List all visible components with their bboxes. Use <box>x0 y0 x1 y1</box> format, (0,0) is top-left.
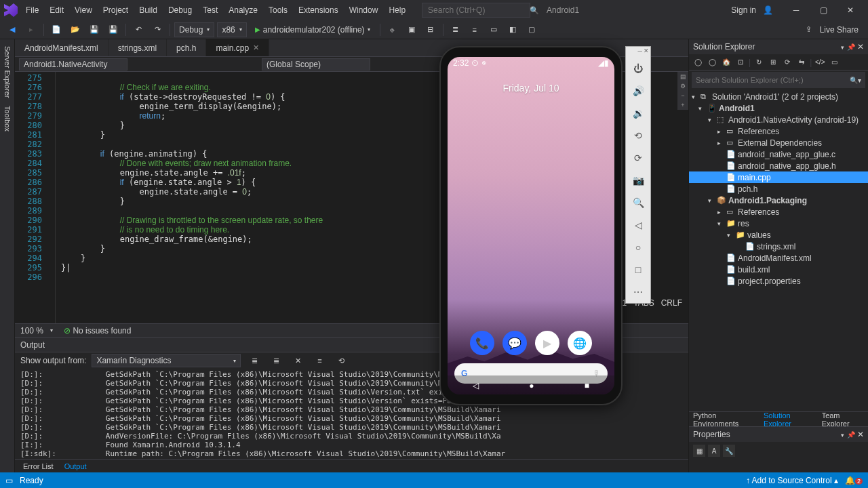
menu-debug[interactable]: Debug <box>163 3 197 18</box>
tree-android1[interactable]: ▾📱Android1 <box>689 102 868 114</box>
toolbar-icon-3[interactable]: ⊟ <box>422 22 439 37</box>
props-dropdown-icon[interactable]: ▾ <box>841 432 844 439</box>
menu-analyze[interactable]: Analyze <box>223 3 263 18</box>
se-dropdown-icon[interactable]: ▾ <box>841 44 844 51</box>
notification-bell-icon[interactable]: 🔔2 <box>845 476 863 485</box>
sign-in-link[interactable]: Sign in <box>727 3 760 18</box>
liveshare-icon[interactable]: ⇪ <box>801 22 817 37</box>
se-fwd-icon[interactable]: ◯ <box>706 56 718 68</box>
tree-solution-android1-2-of-2-projects-[interactable]: ▾⧉Solution 'Android1' (2 of 2 projects) <box>689 91 868 102</box>
python-env-tab[interactable]: Python Environments <box>689 411 760 428</box>
toolbar-icon-6[interactable]: ▭ <box>486 22 502 37</box>
se-home-icon[interactable]: 🏠 <box>720 56 732 68</box>
tree-project-properties[interactable]: 📄project.properties <box>689 275 868 287</box>
se-code-icon[interactable]: </> <box>814 56 826 68</box>
menu-tools[interactable]: Tools <box>263 3 293 18</box>
config-combo[interactable]: Debug▾ <box>174 22 214 37</box>
solution-tree[interactable]: ▾⧉Solution 'Android1' (2 of 2 projects)▾… <box>689 89 868 411</box>
tree-references[interactable]: ▸▭References <box>689 125 868 137</box>
nav-back-icon[interactable]: ◀ <box>4 22 20 37</box>
se-solution-icon[interactable]: ⊡ <box>734 56 747 68</box>
member-scope-combo[interactable]: (Global Scope) <box>262 58 370 70</box>
menu-test[interactable]: Test <box>197 3 223 18</box>
toolbar-icon-8[interactable]: ▢ <box>524 22 540 37</box>
close-tab-icon[interactable]: ✕ <box>253 43 259 52</box>
tree-strings-xml[interactable]: 📄strings.xml <box>689 241 868 252</box>
play-store-icon[interactable]: ▶ <box>535 331 559 355</box>
tab-strings-xml[interactable]: strings.xml <box>108 39 167 56</box>
error-list-tab[interactable]: Error List <box>18 462 59 470</box>
props-close-icon[interactable]: ✕ <box>857 430 864 439</box>
emu-back-icon[interactable]: ◁ <box>631 218 645 232</box>
nav-back-icon[interactable]: ◁ <box>473 381 479 390</box>
source-control-button[interactable]: ↑ Add to Source Control ▴ <box>746 476 838 485</box>
se-back-icon[interactable]: ◯ <box>692 56 704 68</box>
close-button[interactable]: ✕ <box>837 0 864 20</box>
props-alpha-icon[interactable]: A <box>708 445 720 457</box>
tree-android1-packaging[interactable]: ▾📦Android1.Packaging <box>689 195 868 206</box>
emu-volume-up-icon[interactable]: 🔊 <box>631 84 645 98</box>
se-pin-icon[interactable]: 📌 <box>847 43 855 51</box>
save-icon[interactable]: 💾 <box>86 22 102 37</box>
toolbar-icon-1[interactable]: ⎆ <box>384 22 401 37</box>
start-debug-button[interactable]: ▶androidemulator202 (offline)▾ <box>250 22 376 37</box>
tab-pch-h[interactable]: pch.h <box>167 39 206 56</box>
se-close-icon[interactable]: ✕ <box>857 42 864 52</box>
output-action-3[interactable]: ✕ <box>290 353 306 368</box>
menu-build[interactable]: Build <box>134 3 163 18</box>
solution-explorer-tab[interactable]: Solution Explorer <box>760 411 818 428</box>
emu-home-icon[interactable]: ○ <box>631 241 645 254</box>
emu-volume-down-icon[interactable]: 🔉 <box>631 106 645 120</box>
tree-main-cpp[interactable]: 📄main.cpp <box>689 171 868 183</box>
server-explorer-tab[interactable]: Server Explorer <box>2 42 13 102</box>
emu-minimize-icon[interactable]: ─ <box>638 47 642 57</box>
tree-pch-h[interactable]: 📄pch.h <box>689 183 868 195</box>
team-explorer-tab[interactable]: Team Explorer <box>818 411 868 428</box>
tree-build-xml[interactable]: 📄build.xml <box>689 264 868 275</box>
output-action-2[interactable]: ≣ <box>268 353 284 368</box>
nav-home-icon[interactable]: ● <box>529 381 534 390</box>
menu-file[interactable]: File <box>20 3 44 18</box>
output-action-4[interactable]: ≡ <box>311 353 328 368</box>
undo-icon[interactable]: ↶ <box>130 22 146 37</box>
props-categorized-icon[interactable]: ▦ <box>693 445 705 457</box>
menu-extensions[interactable]: Extensions <box>293 3 344 18</box>
output-source-combo[interactable]: Xamarin Diagnostics▾ <box>92 354 241 367</box>
nav-recent-icon[interactable]: ■ <box>585 381 589 390</box>
emu-power-icon[interactable]: ⏻ <box>631 62 645 75</box>
split-icon[interactable]: ▤ <box>680 73 686 80</box>
tab-main-cpp[interactable]: main.cpp✕ <box>206 39 269 56</box>
tree-values[interactable]: ▾📁values <box>689 229 868 241</box>
se-filter-icon[interactable]: ⊞ <box>767 56 779 68</box>
plus-icon[interactable]: + <box>681 102 684 108</box>
toolbar-icon-7[interactable]: ◧ <box>505 22 521 37</box>
emu-more-icon[interactable]: ⋯ <box>631 285 645 299</box>
emu-rotate-right-icon[interactable]: ⟳ <box>631 151 645 165</box>
tree-external-dependencies[interactable]: ▸▭External Dependencies <box>689 137 868 148</box>
props-pin-icon[interactable]: 📌 <box>847 431 855 439</box>
chrome-app-icon[interactable]: 🌐 <box>568 331 592 355</box>
messages-app-icon[interactable]: 💬 <box>502 331 527 355</box>
output-tab[interactable]: Output <box>59 462 92 470</box>
toolbox-tab[interactable]: Toolbox <box>2 102 13 136</box>
output-action-1[interactable]: ≣ <box>246 353 262 368</box>
tree-android-native-app-glue-c[interactable]: 📄android_native_app_glue.c <box>689 148 868 160</box>
redo-icon[interactable]: ↷ <box>149 22 165 37</box>
liveshare-label[interactable]: Live Share <box>820 25 859 35</box>
global-search[interactable]: 🔍 <box>422 3 530 18</box>
tree-androidmanifest-xml[interactable]: 📄AndroidManifest.xml <box>689 252 868 264</box>
fold-gutter[interactable] <box>47 72 56 323</box>
emu-overview-icon[interactable]: □ <box>631 263 645 277</box>
se-search-input[interactable] <box>696 76 850 84</box>
zoom-combo[interactable]: 100 % <box>20 326 43 336</box>
tree-res[interactable]: ▾📁res <box>689 218 868 229</box>
toolbar-icon-4[interactable]: ≣ <box>448 22 464 37</box>
emu-camera-icon[interactable]: 📷 <box>631 174 645 187</box>
minus-icon[interactable]: − <box>681 92 684 99</box>
editor-right-margin[interactable]: ▤ ⚙ − + <box>677 72 688 110</box>
menu-view[interactable]: View <box>69 3 98 18</box>
menu-window[interactable]: Window <box>344 3 384 18</box>
platform-combo[interactable]: x86▾ <box>217 22 246 37</box>
se-refresh-icon[interactable]: ⟳ <box>781 56 793 68</box>
emu-zoom-icon[interactable]: 🔍 <box>631 196 645 209</box>
